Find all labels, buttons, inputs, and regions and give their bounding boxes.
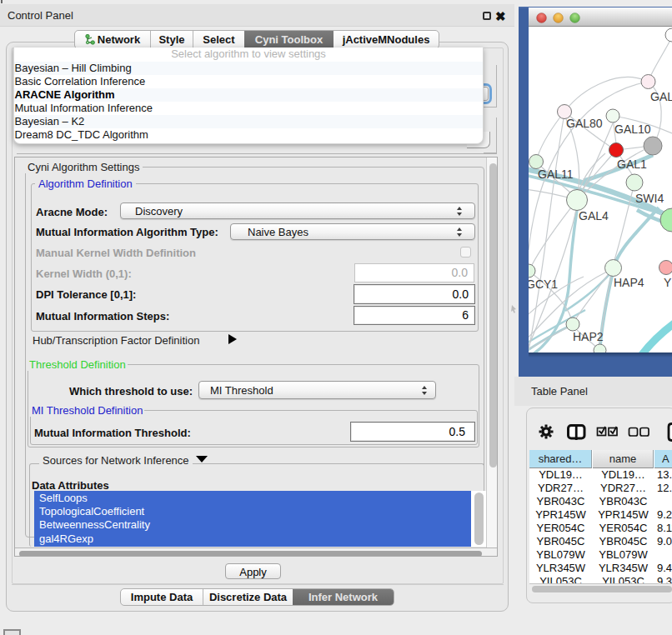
svg-text:GAL1: GAL1 xyxy=(617,158,647,171)
svg-text:SWI4: SWI4 xyxy=(635,192,664,205)
svg-text:GAL: GAL xyxy=(650,90,672,103)
svg-text:GAL10: GAL10 xyxy=(614,122,651,136)
svg-text:GAL11: GAL11 xyxy=(538,168,574,181)
svg-text:GCY1: GCY1 xyxy=(529,278,558,291)
svg-text:HAP4: HAP4 xyxy=(614,276,644,289)
svg-text:GAL4: GAL4 xyxy=(579,209,609,222)
svg-text:GAL80: GAL80 xyxy=(566,117,603,130)
svg-text:HAP2: HAP2 xyxy=(573,330,604,343)
svg-text:Y: Y xyxy=(664,276,672,289)
